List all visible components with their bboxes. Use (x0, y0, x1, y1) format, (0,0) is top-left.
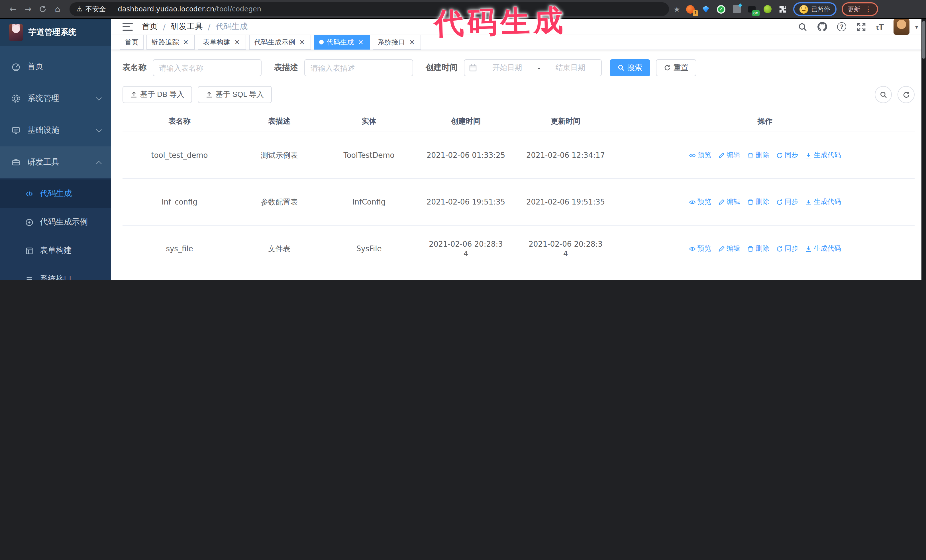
tab-system-api[interactable]: 系统接口× (373, 35, 421, 50)
refresh-table-button[interactable] (897, 86, 915, 103)
close-icon[interactable]: × (357, 38, 365, 46)
extension-key-icon[interactable] (762, 4, 772, 14)
cell-entity: ToolTestDemo (322, 132, 416, 179)
browser-forward-button[interactable]: → (21, 2, 35, 17)
fullscreen-button[interactable] (856, 22, 867, 32)
reset-button[interactable]: 重置 (656, 59, 696, 76)
sync-link[interactable]: 同步 (776, 244, 798, 254)
sidebar-item-codegen-example[interactable]: 代码生成示例 (0, 208, 111, 236)
search-button[interactable]: 搜索 (610, 59, 650, 76)
edit-link[interactable]: 编辑 (718, 244, 740, 254)
extension-shield-check-icon[interactable]: ✓ (716, 4, 726, 14)
close-icon[interactable]: × (182, 38, 190, 46)
edit-pen-icon (718, 199, 725, 205)
browser-home-button[interactable]: ⌂ (50, 2, 65, 17)
breadcrumb-home[interactable]: 首页 (142, 22, 158, 32)
sidebar-item-system[interactable]: 系统管理 (0, 83, 111, 115)
extension-badge-on: on (752, 10, 759, 16)
preview-link[interactable]: 预览 (689, 150, 711, 160)
sidebar-item-label: 研发工具 (27, 157, 97, 168)
cell-update-time: 2021-02-06 20:28:3 4 (516, 225, 616, 272)
tab-codegen[interactable]: 代码生成× (314, 35, 370, 50)
date-range-picker[interactable]: 开始日期 - 结束日期 (464, 59, 602, 76)
refresh-icon (664, 64, 671, 71)
browser-reload-button[interactable] (35, 2, 50, 17)
sync-link[interactable]: 同步 (776, 197, 798, 207)
delete-link[interactable]: 删除 (747, 150, 769, 160)
extensions-puzzle-icon[interactable] (778, 4, 788, 14)
tab-codegen-example[interactable]: 代码生成示例× (249, 35, 311, 50)
column-header-name: 表名称 (123, 111, 236, 132)
import-sql-button[interactable]: 基于 SQL 导入 (198, 86, 272, 103)
tab-trace[interactable]: 链路追踪× (147, 35, 195, 50)
close-icon[interactable]: × (408, 38, 416, 46)
extension-gem-icon[interactable] (701, 4, 711, 14)
extension-dark-icon[interactable]: on (747, 4, 757, 14)
generate-code-link[interactable]: 生成代码 (805, 244, 841, 254)
preview-link[interactable]: 预览 (689, 244, 711, 254)
show-search-button[interactable] (875, 86, 892, 103)
edit-link[interactable]: 编辑 (718, 150, 740, 160)
delete-link[interactable]: 删除 (747, 197, 769, 207)
end-date-placeholder[interactable]: 结束日期 (544, 63, 597, 73)
breadcrumb-devtools[interactable]: 研发工具 (171, 22, 203, 32)
app-logo (9, 24, 23, 41)
bookmark-star-icon[interactable]: ★ (673, 5, 680, 14)
browser-update-button[interactable]: 更新 ⋮ (841, 2, 878, 16)
codegen-table: 表名称 表描述 实体 创建时间 更新时间 操作 tool_test_demo (123, 111, 915, 280)
cell-actions: 预览 编辑 删除 (616, 225, 915, 272)
app-logo-row[interactable]: 芋道管理系统 (0, 19, 111, 46)
cell-create-time: 2021-02-06 01:33:25 (416, 132, 516, 179)
sidebar: 芋道管理系统 首页 系统管理 基础设施 (0, 19, 111, 280)
start-date-placeholder[interactable]: 开始日期 (481, 63, 533, 73)
github-link[interactable] (817, 22, 828, 32)
extension-sliders-icon[interactable] (731, 4, 741, 14)
sidebar-item-home[interactable]: 首页 (0, 51, 111, 83)
scrollbar-thumb[interactable] (922, 21, 925, 59)
extension-adblock-icon[interactable]: 1 (685, 4, 696, 14)
delete-link[interactable]: 删除 (747, 244, 769, 254)
help-icon[interactable]: ? (837, 22, 846, 31)
sidebar-item-infrastructure[interactable]: 基础设施 (0, 115, 111, 146)
generate-code-link[interactable]: 生成代码 (805, 150, 841, 160)
api-list-icon (25, 275, 33, 280)
sidebar-item-system-api[interactable]: 系统接口 (0, 265, 111, 280)
avatar-caret-icon[interactable]: ▾ (915, 24, 918, 30)
chevron-up-icon (96, 161, 102, 166)
import-db-button[interactable]: 基于 DB 导入 (123, 86, 192, 103)
table-desc-input[interactable] (304, 59, 413, 76)
sidebar-item-codegen[interactable]: 代码生成 (0, 180, 111, 208)
font-size-button[interactable]: tT (876, 23, 884, 31)
close-icon[interactable]: × (233, 38, 241, 46)
user-avatar[interactable] (894, 19, 909, 35)
sidebar-collapse-button[interactable] (123, 23, 133, 31)
create-time-label: 创建时间 (426, 63, 458, 73)
scrollbar[interactable] (921, 19, 926, 280)
browser-menu-icon[interactable]: ⋮ (865, 5, 872, 13)
column-header-create-time: 创建时间 (416, 111, 516, 132)
generate-code-link[interactable]: 生成代码 (805, 197, 841, 207)
sync-link[interactable]: 同步 (776, 150, 798, 160)
preview-link[interactable]: 预览 (689, 197, 711, 207)
security-chip[interactable]: ⚠ 不安全 (76, 4, 106, 14)
upload-icon (206, 91, 213, 98)
tab-home[interactable]: 首页 (120, 35, 144, 50)
tab-form-builder[interactable]: 表单构建× (198, 35, 246, 50)
sidebar-submenu: 代码生成 代码生成示例 表单构建 系统接口 (0, 178, 111, 280)
address-bar[interactable]: ⚠ 不安全 dashboard.yudao.iocoder.cn/tool/co… (70, 2, 669, 16)
sidebar-item-devtools[interactable]: 研发工具 (0, 146, 111, 178)
paused-extension-pill[interactable]: 已暂停 (793, 2, 836, 16)
cell-update-time: 2021-02-06 12:34:17 (516, 132, 616, 179)
tab-label: 代码生成 (327, 37, 354, 47)
cell-table-name: inf_job (123, 272, 236, 280)
edit-link[interactable]: 编辑 (718, 197, 740, 207)
cell-table-desc: 定时任务表 (236, 272, 322, 280)
sidebar-item-label: 首页 (27, 62, 101, 72)
browser-back-button[interactable]: ← (6, 2, 21, 17)
close-icon[interactable]: × (298, 38, 306, 46)
sidebar-item-label: 表单构建 (40, 246, 72, 256)
edit-pen-icon (718, 152, 725, 158)
header-search-button[interactable] (797, 22, 808, 32)
sidebar-item-form-builder[interactable]: 表单构建 (0, 236, 111, 265)
table-name-input[interactable] (153, 59, 262, 76)
